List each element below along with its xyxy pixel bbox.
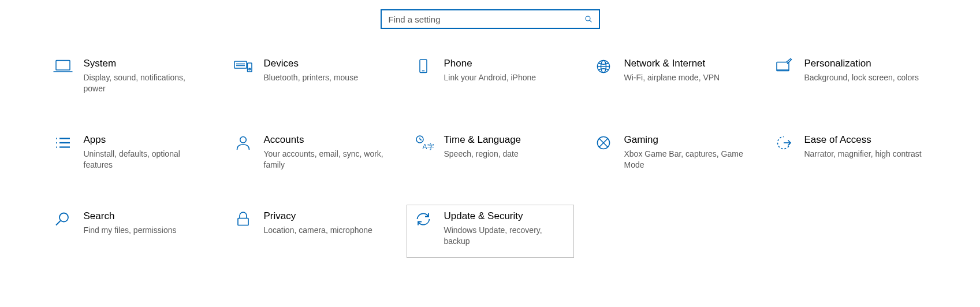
tile-title: Time & Language xyxy=(444,134,521,146)
svg-text:A字: A字 xyxy=(422,143,434,151)
ease-of-access-icon xyxy=(771,132,796,153)
tile-desc: Background, lock screen, colors xyxy=(804,72,919,83)
settings-grid: System Display, sound, notifications, po… xyxy=(46,52,934,281)
sync-icon xyxy=(411,209,436,230)
search-box[interactable] xyxy=(381,9,600,29)
tile-title: Accounts xyxy=(264,134,385,146)
tile-desc: Your accounts, email, sync, work, family xyxy=(264,149,385,171)
tile-desc: Xbox Game Bar, captures, Game Mode xyxy=(624,149,746,171)
tile-gaming[interactable]: Gaming Xbox Game Bar, captures, Game Mod… xyxy=(587,128,754,182)
tile-title: Personalization xyxy=(804,57,919,70)
globe-icon xyxy=(591,56,616,77)
tile-title: Update & Security xyxy=(444,210,565,223)
svg-rect-2 xyxy=(56,61,70,71)
tile-personalization[interactable]: Personalization Background, lock screen,… xyxy=(767,52,934,105)
tile-desc: Windows Update, recovery, backup xyxy=(444,225,565,247)
svg-rect-31 xyxy=(238,219,248,225)
time-language-icon: A字 xyxy=(411,132,436,153)
xbox-icon xyxy=(591,132,616,153)
tile-update-security[interactable]: Update & Security Windows Update, recove… xyxy=(407,205,574,258)
tile-time-language[interactable]: A字 Time & Language Speech, region, date xyxy=(407,128,574,182)
tile-title: Network & Internet xyxy=(624,57,720,70)
lock-icon xyxy=(230,209,256,230)
tile-desc: Bluetooth, printers, mouse xyxy=(264,72,358,83)
tile-title: System xyxy=(84,57,205,70)
list-icon xyxy=(50,132,76,153)
person-icon xyxy=(230,132,256,153)
tile-desc: Location, camera, microphone xyxy=(264,225,372,236)
tile-desc: Find my files, permissions xyxy=(84,225,177,236)
search-input[interactable] xyxy=(387,14,584,25)
tile-title: Privacy xyxy=(264,210,372,223)
svg-point-22 xyxy=(240,137,246,143)
tile-apps[interactable]: Apps Uninstall, defaults, optional featu… xyxy=(46,128,214,182)
tile-network[interactable]: Network & Internet Wi-Fi, airplane mode,… xyxy=(587,52,754,105)
tile-desc: Speech, region, date xyxy=(444,149,521,160)
paintbrush-icon xyxy=(771,56,796,77)
tile-ease-of-access[interactable]: Ease of Access Narrator, magnifier, high… xyxy=(767,128,934,182)
svg-point-0 xyxy=(586,16,590,21)
svg-point-8 xyxy=(248,68,250,70)
svg-line-30 xyxy=(56,221,61,225)
laptop-icon xyxy=(50,56,76,77)
tile-title: Devices xyxy=(264,57,358,70)
svg-line-1 xyxy=(590,20,591,22)
phone-icon xyxy=(411,56,436,77)
tile-phone[interactable]: Phone Link your Android, iPhone xyxy=(407,52,574,105)
tile-desc: Wi-Fi, airplane mode, VPN xyxy=(624,72,720,83)
tile-desc: Uninstall, defaults, optional features xyxy=(84,149,205,171)
search-wrapper xyxy=(0,0,980,52)
svg-line-25 xyxy=(420,139,422,140)
svg-point-29 xyxy=(59,213,68,222)
tile-desc: Link your Android, iPhone xyxy=(444,72,536,83)
tile-accounts[interactable]: Accounts Your accounts, email, sync, wor… xyxy=(226,128,394,182)
tile-search[interactable]: Search Find my files, permissions xyxy=(46,205,214,258)
tile-system[interactable]: System Display, sound, notifications, po… xyxy=(46,52,214,105)
tile-title: Ease of Access xyxy=(804,134,922,146)
tile-devices[interactable]: Devices Bluetooth, printers, mouse xyxy=(226,52,394,105)
svg-rect-4 xyxy=(234,61,247,68)
tile-title: Phone xyxy=(444,57,536,70)
magnifier-icon xyxy=(50,209,76,230)
tile-desc: Display, sound, notifications, power xyxy=(84,72,205,94)
keyboard-speaker-icon xyxy=(230,56,256,77)
tile-privacy[interactable]: Privacy Location, camera, microphone xyxy=(226,205,394,258)
tile-desc: Narrator, magnifier, high contrast xyxy=(804,149,922,160)
tile-title: Gaming xyxy=(624,134,746,146)
search-icon xyxy=(584,14,593,24)
tile-title: Apps xyxy=(84,134,205,146)
tile-title: Search xyxy=(84,210,177,223)
